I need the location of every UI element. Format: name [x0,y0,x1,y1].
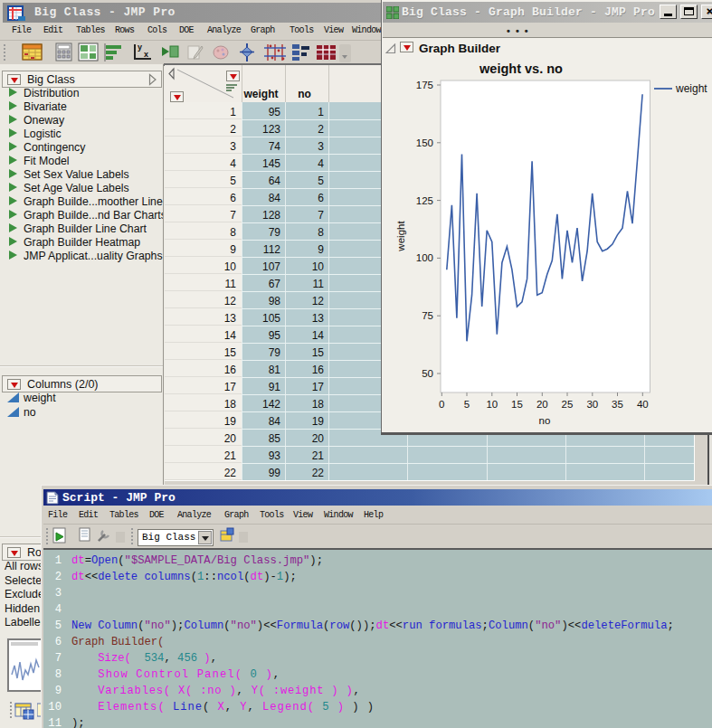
svg-text:weight: weight [675,82,707,95]
svg-text:30: 30 [586,399,598,410]
svg-text:40: 40 [637,399,649,410]
svg-text:weight: weight [395,221,406,252]
svg-text:no: no [539,415,551,426]
svg-text:100: 100 [416,252,433,263]
svg-text:125: 125 [416,195,433,206]
svg-text:75: 75 [422,310,433,321]
svg-text:y: y [138,43,142,52]
svg-text:5: 5 [464,399,470,410]
svg-text:weight vs. no: weight vs. no [479,61,563,76]
svg-text:25: 25 [562,399,574,410]
svg-text:15: 15 [511,399,523,410]
svg-text:150: 150 [416,137,433,148]
svg-text:10: 10 [486,399,498,410]
svg-text:20: 20 [536,399,548,410]
svg-text:50: 50 [422,368,433,379]
svg-text:175: 175 [416,80,433,90]
svg-text:x: x [144,50,148,59]
svg-text:0: 0 [439,399,444,410]
svg-text:35: 35 [612,399,623,410]
